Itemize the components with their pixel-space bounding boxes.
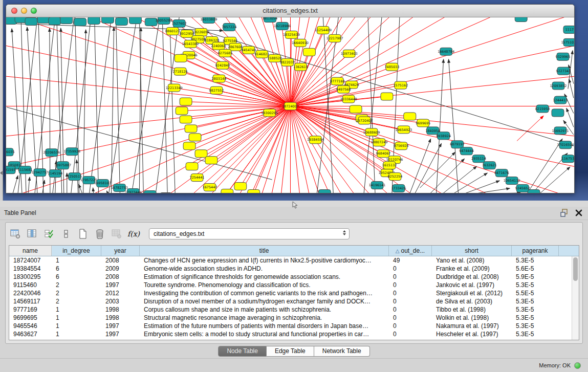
network-edge[interactable]	[13, 176, 18, 193]
network-node[interactable]: 7254441	[190, 174, 205, 182]
network-node[interactable]: 1117	[563, 26, 574, 33]
network-node[interactable]: 2803144	[211, 75, 226, 82]
network-node[interactable]	[25, 17, 37, 25]
network-edge[interactable]	[420, 152, 455, 188]
scrollbar-thumb[interactable]	[573, 257, 578, 281]
memory-status-icon[interactable]	[574, 362, 581, 369]
table-row[interactable]: 1872400712008Changes of HCN gene express…	[9, 256, 572, 265]
network-node[interactable]: 19218986	[274, 22, 291, 30]
network-node[interactable]: 8822037	[280, 58, 295, 66]
table-mode-icon[interactable]	[10, 228, 21, 239]
network-node[interactable]: 9474444	[459, 147, 474, 155]
toggle-rows-icon[interactable]	[60, 228, 72, 239]
network-node[interactable]: 18300295	[261, 109, 278, 117]
network-node[interactable]: 1615132	[382, 162, 397, 169]
network-node[interactable]	[552, 109, 564, 117]
network-edge[interactable]	[241, 106, 291, 186]
network-node[interactable]: 12942757	[31, 169, 48, 177]
network-edge[interactable]	[109, 17, 137, 193]
network-edge[interactable]	[153, 106, 291, 193]
network-node[interactable]: 9329965	[556, 53, 571, 60]
network-node[interactable]: 1244413	[553, 96, 568, 104]
network-node[interactable]: 9699695	[416, 119, 430, 127]
network-edge[interactable]	[290, 106, 359, 193]
network-edge[interactable]	[227, 106, 291, 193]
function-builder-icon[interactable]: f(x)	[128, 228, 139, 239]
network-node[interactable]: 12923446	[125, 189, 142, 193]
table-scrollbar[interactable]	[572, 256, 579, 340]
network-edge[interactable]	[189, 55, 290, 106]
table-row[interactable]: 969969511998Structural magnetic resonanc…	[9, 314, 572, 322]
network-node[interactable]: 7632621	[482, 162, 497, 169]
network-node[interactable]: 7857224	[222, 23, 236, 31]
network-node[interactable]	[88, 17, 100, 24]
network-node[interactable]	[74, 18, 86, 26]
network-node[interactable]: 8813054	[263, 17, 277, 22]
network-edge[interactable]	[116, 17, 120, 193]
close-panel-icon[interactable]	[575, 209, 583, 217]
network-node[interactable]: 16958107	[94, 180, 111, 187]
network-canvas[interactable]: 1005528715276021603380978572248813054192…	[6, 17, 574, 193]
network-node[interactable]: 9827552	[209, 86, 224, 94]
network-node[interactable]	[160, 193, 172, 193]
network-node[interactable]	[248, 190, 260, 193]
table-row[interactable]: 946362711997Embryonic stem cells: a mode…	[9, 330, 572, 338]
network-node[interactable]	[176, 107, 188, 115]
delete-column-icon[interactable]	[94, 228, 105, 239]
network-node[interactable]: 116753	[562, 155, 574, 163]
network-node[interactable]: 9497568	[336, 85, 351, 93]
network-node[interactable]: 8454749	[241, 46, 256, 54]
network-edge[interactable]	[35, 17, 55, 193]
network-edge[interactable]	[181, 58, 290, 106]
network-edge[interactable]	[443, 166, 477, 193]
delete-table-icon[interactable]	[111, 228, 122, 239]
tab-network-table[interactable]: Network Table	[314, 346, 370, 357]
network-node[interactable]: 10654112	[504, 177, 520, 185]
network-node[interactable]: 10055287	[156, 17, 172, 24]
network-node[interactable]	[37, 17, 50, 23]
create-column-icon[interactable]	[77, 228, 89, 239]
network-node[interactable]: 8215958	[535, 105, 550, 113]
network-node[interactable]: 12093852	[550, 82, 567, 90]
column-header-year[interactable]: year	[101, 246, 140, 256]
network-node[interactable]: 9275685	[217, 49, 232, 57]
table-selector-dropdown[interactable]: citations_edges.txt	[149, 228, 350, 239]
network-node[interactable]: 1675447	[203, 184, 217, 191]
network-node[interactable]: 1115681	[18, 166, 33, 174]
network-node[interactable]	[115, 17, 127, 25]
network-node[interactable]: 9684067	[376, 150, 391, 158]
network-node[interactable]: 9252254	[387, 173, 402, 181]
network-node[interactable]	[515, 17, 527, 21]
network-node[interactable]: 30975887	[54, 162, 71, 169]
network-node[interactable]: 2240068	[211, 42, 226, 50]
network-node[interactable]: 10688609	[363, 128, 380, 136]
network-node[interactable]: 16033809	[200, 17, 217, 23]
network-node[interactable]	[183, 142, 195, 150]
network-node[interactable]: 8938924	[436, 132, 451, 140]
network-node[interactable]	[102, 17, 114, 23]
network-node[interactable]: 15720407	[356, 117, 373, 124]
table-row[interactable]: 2242004622012Investigating the contribut…	[9, 289, 572, 297]
network-node[interactable]	[381, 93, 393, 100]
network-edge[interactable]	[317, 17, 338, 193]
network-edge[interactable]	[437, 59, 444, 193]
network-node[interactable]: 16543382	[182, 40, 199, 48]
network-node[interactable]	[49, 17, 61, 25]
network-node[interactable]: 19654923	[395, 126, 412, 134]
network-node[interactable]	[175, 54, 187, 62]
network-node[interactable]: 12213349	[166, 84, 183, 92]
float-panel-icon[interactable]	[560, 209, 569, 217]
column-header-in_degree[interactable]: in_degree	[52, 246, 101, 256]
network-node[interactable]	[180, 98, 192, 105]
column-header-pagerank[interactable]: pagerank	[512, 246, 559, 256]
network-node[interactable]: 1733426	[391, 185, 406, 192]
network-node[interactable]	[189, 134, 201, 141]
network-node[interactable]: 2526035	[6, 148, 15, 156]
network-node[interactable]: 15692971	[552, 127, 569, 135]
column-header-title[interactable]: title	[140, 246, 389, 256]
network-node[interactable]: 16640910	[292, 39, 309, 47]
network-node[interactable]: 8471676	[494, 169, 509, 177]
network-edge[interactable]	[83, 30, 86, 193]
network-node[interactable]	[221, 189, 233, 193]
network-node[interactable]: 1145194	[48, 170, 62, 178]
